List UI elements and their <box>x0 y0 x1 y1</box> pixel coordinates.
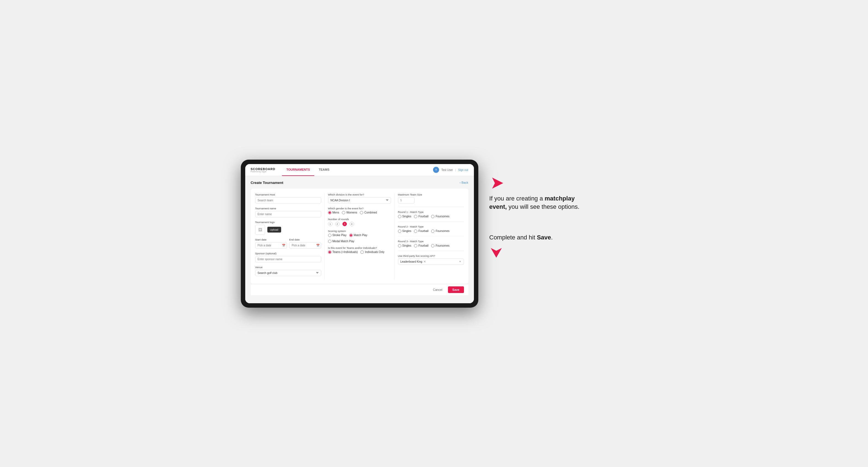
divider-3 <box>398 236 464 237</box>
sponsor-input[interactable] <box>255 256 321 262</box>
scoring-group: Scoring system Stroke Play Match Play <box>328 229 391 243</box>
rounds-row: 1 2 3 4 <box>328 222 391 226</box>
arrow-right-icon <box>489 176 506 190</box>
end-date-wrap: 📅 <box>289 242 321 249</box>
date-row: Start date 📅 End date <box>255 238 321 249</box>
logo-title: SCOREBOARD <box>251 167 275 171</box>
user-name: Test User <box>441 168 453 172</box>
division-group: Which division is the event for? NCAA Di… <box>328 193 391 204</box>
tournament-name-group: Tournament name <box>255 207 321 217</box>
end-date-label: End date <box>289 238 321 241</box>
tab-teams[interactable]: TEAMS <box>314 164 334 176</box>
round1-singles[interactable]: Singles <box>398 215 411 218</box>
division-label: Which division is the event for? <box>328 193 391 196</box>
annotation-save-text: Complete and hit Save. <box>489 234 583 242</box>
nav-separator: | <box>455 168 456 172</box>
form-col-1: Tournament Host Tournament name Tourname… <box>255 193 325 279</box>
round3-options: Singles Fourball Foursomes <box>398 244 464 247</box>
round2-fourball[interactable]: Fourball <box>414 229 428 233</box>
tournament-name-label: Tournament name <box>255 207 321 210</box>
sponsor-group: Sponsor (optional) <box>255 252 321 262</box>
teams-option[interactable]: Teams (+Individuals) <box>328 250 358 254</box>
dates-group: Start date 📅 End date <box>255 238 321 249</box>
round-4[interactable]: 4 <box>350 222 354 226</box>
logo-sub: Powered by clippit <box>251 171 275 173</box>
tablet-screen: SCOREBOARD Powered by clippit TOURNAMENT… <box>245 164 474 303</box>
chevron-down-icon[interactable]: ▼ <box>459 260 462 263</box>
calendar-icon-end: 📅 <box>316 244 319 247</box>
cancel-button[interactable]: Cancel <box>430 286 446 293</box>
annotations-panel: If you are creating a matchplay event, y… <box>489 160 627 271</box>
round1-foursomes[interactable]: Foursomes <box>431 215 449 218</box>
gender-womens[interactable]: Womens <box>342 211 357 214</box>
tab-tournaments[interactable]: TOURNAMENTS <box>282 164 314 176</box>
max-team-size-label: Maximum Team Size <box>398 193 464 196</box>
max-team-size-input[interactable] <box>398 197 414 204</box>
divider-4 <box>398 251 464 251</box>
tournament-host-group: Tournament Host <box>255 193 321 204</box>
round-1[interactable]: 1 <box>328 222 333 226</box>
round2-match-type: Round 2 - Match Type Singles Fourball <box>398 225 464 233</box>
round1-fourball[interactable]: Fourball <box>414 215 428 218</box>
scoring-radio-group: Stroke Play Match Play Medal Match Play <box>328 234 391 243</box>
arrow-down-icon <box>489 245 506 259</box>
form-col-2: Which division is the event for? NCAA Di… <box>325 193 394 279</box>
annotation-matchplay: If you are creating a matchplay event, y… <box>489 176 627 212</box>
individuals-option[interactable]: Individuals Only <box>361 250 384 254</box>
annotation-save: Complete and hit Save. <box>489 234 627 260</box>
scoring-stroke[interactable]: Stroke Play <box>328 234 347 237</box>
scoring-label: Scoring system <box>328 229 391 232</box>
round1-label: Round 1 - Match Type <box>398 211 464 214</box>
logo-placeholder: 🖼 <box>255 225 265 235</box>
api-label: Use third-party live scoring API? <box>398 254 464 257</box>
round2-foursomes[interactable]: Foursomes <box>431 229 449 233</box>
division-select[interactable]: NCAA Division I <box>328 197 391 204</box>
main-content: Create Tournament ‹ Back Tournament Host <box>245 176 474 303</box>
round3-match-type: Round 3 - Match Type Singles Fourball <box>398 240 464 247</box>
tablet-device: SCOREBOARD Powered by clippit TOURNAMENT… <box>241 160 478 308</box>
round-2[interactable]: 2 <box>335 222 340 226</box>
page-header: Create Tournament ‹ Back <box>251 181 468 185</box>
back-button[interactable]: ‹ Back <box>460 181 468 184</box>
venue-select[interactable]: Search golf club <box>255 270 321 276</box>
tournament-name-input[interactable] <box>255 211 321 217</box>
upload-button[interactable]: Upload <box>267 227 281 232</box>
round-3[interactable]: 3 <box>342 222 347 226</box>
save-button[interactable]: Save <box>448 286 464 293</box>
sign-out-link[interactable]: Sign out <box>458 168 468 172</box>
scoring-medal[interactable]: Medal Match Play <box>328 240 354 243</box>
round3-fourball[interactable]: Fourball <box>414 244 428 247</box>
divider-1 <box>398 207 464 207</box>
page-title: Create Tournament <box>251 181 283 185</box>
api-tag: Leaderboard King ✕ ▼ <box>398 258 464 265</box>
tournament-host-input[interactable] <box>255 197 321 204</box>
round3-singles[interactable]: Singles <box>398 244 411 247</box>
round2-label: Round 2 - Match Type <box>398 225 464 228</box>
gender-group: Which gender is the event for? Mens Wome… <box>328 207 391 214</box>
form-grid: Tournament Host Tournament name Tourname… <box>251 189 468 284</box>
nav-tabs: TOURNAMENTS TEAMS <box>282 164 433 176</box>
api-value: Leaderboard King <box>400 260 423 263</box>
image-icon: 🖼 <box>258 227 262 232</box>
rounds-label: Number of rounds <box>328 218 391 221</box>
page-wrapper: SCOREBOARD Powered by clippit TOURNAMENT… <box>241 160 627 308</box>
gender-radio-group: Mens Womens Combined <box>328 211 391 214</box>
nav-bar: SCOREBOARD Powered by clippit TOURNAMENT… <box>245 164 474 176</box>
annotation-matchplay-text: If you are creating a matchplay event, y… <box>489 194 583 212</box>
gender-mens[interactable]: Mens <box>328 211 339 214</box>
api-tag-close[interactable]: ✕ <box>423 260 426 263</box>
scoring-match[interactable]: Match Play <box>349 234 367 237</box>
round2-singles[interactable]: Singles <box>398 229 411 233</box>
teams-label: Is this event for Teams and/or Individua… <box>328 246 391 249</box>
form-col-3: Maximum Team Size Round 1 - Match Type S… <box>394 193 464 279</box>
tournament-logo-group: Tournament logo 🖼 Upload <box>255 221 321 235</box>
round3-label: Round 3 - Match Type <box>398 240 464 243</box>
end-date-group: End date 📅 <box>289 238 321 249</box>
gender-label: Which gender is the event for? <box>328 207 391 210</box>
sponsor-label: Sponsor (optional) <box>255 252 321 255</box>
divider-2 <box>398 221 464 222</box>
gender-combined[interactable]: Combined <box>360 211 377 214</box>
round3-foursomes[interactable]: Foursomes <box>431 244 449 247</box>
max-team-size-group: Maximum Team Size <box>398 193 464 204</box>
form-footer: Cancel Save <box>251 284 468 295</box>
